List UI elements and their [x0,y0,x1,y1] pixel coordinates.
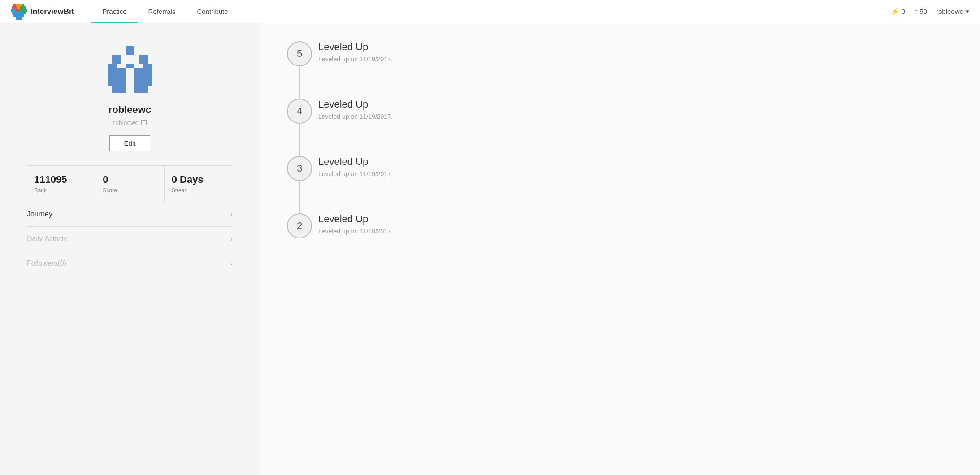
nav-contribute[interactable]: Contribute [186,0,238,23]
streak-value: 0 Days [172,174,225,186]
score-label: Score [103,187,156,194]
edit-button[interactable]: Edit [109,135,151,151]
svg-rect-3 [22,4,24,6]
logo-area[interactable]: InterviewBit [11,4,74,20]
svg-rect-31 [108,64,117,68]
coins-icon: ≡ [914,8,918,15]
menu-journey[interactable]: Journey › [27,202,233,227]
level-circle-2: 2 [287,213,312,238]
logo-icon [11,4,27,20]
svg-rect-0 [13,4,16,6]
timeline-date-4: Leveled up on 11/19/2017. [318,113,953,120]
right-panel: 5 Leveled Up Leveled up on 11/19/2017. 4… [260,23,980,475]
menu-daily-activity[interactable]: Daily Activity › [27,227,233,251]
stats-row: 111095 Rank 0 Score 0 Days Streak [27,165,233,202]
svg-rect-18 [20,12,23,14]
score-value: 0 [103,174,156,186]
profile-username-sub: robleewc [27,119,233,126]
nav-links: Practice Referrals Contribute [91,0,890,23]
svg-rect-8 [23,6,26,9]
copy-icon [141,120,147,125]
svg-rect-5 [15,6,17,9]
avatar-area [27,41,233,95]
menu-followers[interactable]: Followers(0) › [27,251,233,276]
svg-rect-4 [12,6,15,9]
stat-score: 0 Score [95,166,164,202]
left-panel: robleewc robleewc Edit 111095 Rank 0 Sco… [0,23,260,475]
svg-rect-22 [19,14,22,17]
avatar [103,41,157,95]
svg-rect-20 [13,14,16,17]
stat-rank: 111095 Rank [27,166,95,202]
timeline-title-5: Leveled Up [318,41,953,53]
svg-rect-23 [22,14,24,17]
svg-rect-28 [139,55,148,64]
timeline-date-2: Leveled up on 11/18/2017. [318,228,953,235]
svg-rect-32 [126,64,134,68]
menu-list: Journey › Daily Activity › Followers(0) … [27,202,233,276]
header-right: ⚡ 0 ≡ 50 robleewc ▾ [891,7,969,16]
svg-rect-12 [19,9,22,12]
user-menu[interactable]: robleewc ▾ [936,8,969,16]
svg-rect-37 [134,86,148,93]
coins-count: 50 [919,8,927,15]
timeline-title-3: Leveled Up [318,156,953,168]
timeline-content-4: Leveled Up Leveled up on 11/19/2017. [314,99,953,120]
chevron-right-icon-2: › [230,235,233,243]
svg-rect-6 [17,6,20,9]
chevron-right-icon-3: › [230,259,233,268]
chevron-right-icon: › [230,210,233,218]
svg-rect-7 [20,6,23,9]
svg-rect-11 [16,9,19,12]
bolt-count: 0 [902,8,905,15]
level-circle-4: 4 [287,99,312,124]
coins-stat: ≡ 50 [914,8,927,15]
timeline-item-3: 3 Leveled Up Leveled up on 11/19/2017. [314,156,953,177]
timeline-content-2: Leveled Up Leveled up on 11/18/2017. [314,213,953,235]
svg-rect-33 [143,64,152,68]
profile-username: robleewc [27,104,233,116]
svg-rect-35 [134,64,143,68]
timeline-title-2: Leveled Up [318,213,953,225]
streak-label: Streak [172,187,225,194]
nav-referrals[interactable]: Referrals [138,0,186,23]
bolt-stat: ⚡ 0 [891,7,905,16]
timeline-date-5: Leveled up on 11/19/2017. [318,56,953,63]
timeline-item-2: 2 Leveled Up Leveled up on 11/18/2017. [314,213,953,235]
svg-rect-1 [16,4,19,6]
svg-rect-19 [23,12,26,14]
timeline-item-4: 4 Leveled Up Leveled up on 11/19/2017. [314,99,953,120]
bolt-icon: ⚡ [891,7,900,16]
stat-streak: 0 Days Streak [165,166,233,202]
timeline: 5 Leveled Up Leveled up on 11/19/2017. 4… [287,41,953,235]
timeline-content-3: Leveled Up Leveled up on 11/19/2017. [314,156,953,177]
svg-rect-17 [17,12,20,14]
rank-value: 111095 [34,174,88,186]
timeline-date-3: Leveled up on 11/19/2017. [318,170,953,177]
level-circle-5: 5 [287,41,312,66]
rank-label: Rank [34,187,88,194]
main-layout: robleewc robleewc Edit 111095 Rank 0 Sco… [0,23,980,475]
svg-rect-14 [24,9,27,12]
timeline-title-4: Leveled Up [318,99,953,110]
timeline-item-5: 5 Leveled Up Leveled up on 11/19/2017. [314,41,953,63]
svg-rect-10 [13,9,16,12]
svg-rect-2 [19,4,22,6]
svg-rect-13 [22,9,24,12]
svg-rect-9 [11,9,13,12]
header: InterviewBit Practice Referrals Contribu… [0,0,980,23]
svg-rect-25 [19,17,22,20]
svg-rect-27 [112,55,121,64]
svg-rect-38 [126,68,134,86]
chevron-down-icon: ▾ [966,8,969,16]
svg-rect-16 [15,12,17,14]
svg-rect-24 [16,17,19,20]
nav-practice[interactable]: Practice [91,0,137,23]
svg-rect-36 [112,86,126,93]
timeline-content-5: Leveled Up Leveled up on 11/19/2017. [314,41,953,63]
logo-text: InterviewBit [30,7,74,16]
svg-rect-21 [16,14,19,17]
user-menu-name: robleewc [936,8,963,15]
svg-rect-26 [126,46,134,55]
level-circle-3: 3 [287,156,312,181]
